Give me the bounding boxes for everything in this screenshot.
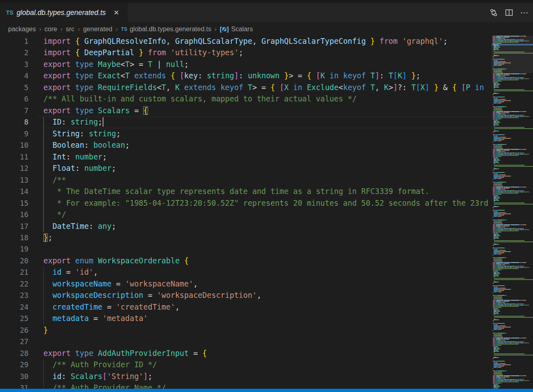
code-line[interactable]: workspaceDescription = 'workspaceDescrip…: [0, 290, 492, 301]
line-number[interactable]: 23: [0, 290, 37, 301]
line-number[interactable]: 7: [0, 105, 37, 116]
code-line[interactable]: ID: string;: [0, 116, 492, 128]
code-token: }: [284, 71, 288, 80]
editor[interactable]: import { GraphQLResolveInfo, GraphQLScal…: [0, 36, 533, 389]
line-number[interactable]: 27: [0, 336, 37, 347]
code-line[interactable]: import { DeepPartial } from 'utility-typ…: [0, 47, 492, 58]
vscode-window: TS global.db.types.generated.ts ✕: [0, 0, 533, 392]
tab-bar: TS global.db.types.generated.ts ✕: [0, 0, 533, 22]
code-line[interactable]: /**: [0, 174, 492, 186]
line-number[interactable]: 11: [0, 151, 37, 163]
line-number[interactable]: 5: [0, 82, 37, 93]
line-number[interactable]: 16: [0, 209, 37, 220]
code-line[interactable]: DateTime: any;: [0, 221, 492, 232]
code-token: type: [71, 83, 93, 92]
code-line[interactable]: import { GraphQLResolveInfo, GraphQLScal…: [0, 36, 492, 47]
line-number[interactable]: 15: [0, 198, 37, 209]
open-changes-icon[interactable]: [488, 6, 500, 19]
code-line[interactable]: };: [0, 232, 492, 243]
code-line[interactable]: String: string;: [0, 128, 492, 140]
line-number[interactable]: 25: [0, 313, 37, 324]
line-number[interactable]: 9: [0, 128, 37, 140]
line-number[interactable]: 31: [0, 382, 37, 389]
breadcrumb-item-packages[interactable]: packages: [8, 26, 36, 33]
line-number[interactable]: 8: [0, 116, 37, 128]
code-token: Boolean: [43, 141, 84, 149]
code-token: import: [43, 48, 71, 57]
code-line[interactable]: [0, 243, 492, 255]
breadcrumb-item-src[interactable]: src: [66, 26, 74, 33]
code-token: [166, 71, 170, 80]
line-number[interactable]: 6: [0, 93, 37, 105]
line-number[interactable]: 13: [0, 174, 37, 186]
code-token: id: [43, 372, 62, 381]
code-token: 'graphql': [398, 37, 443, 45]
code-line[interactable]: export type Scalars = {: [0, 105, 492, 116]
code-line[interactable]: export enum WorkspaceOrderable {: [0, 255, 492, 267]
code-token: string: [202, 71, 234, 80]
breadcrumb-label: generated: [83, 26, 112, 33]
status-bar[interactable]: [0, 389, 533, 392]
code-line[interactable]: /** Auth Provider Name */: [0, 382, 492, 389]
tab-global-db-types[interactable]: TS global.db.types.generated.ts ✕: [0, 3, 128, 22]
line-number[interactable]: 3: [0, 59, 37, 70]
breadcrumb-item-global-db-types-generated-ts[interactable]: TSglobal.db.types.generated.ts: [121, 26, 211, 33]
code-token: ,: [93, 268, 98, 276]
code-line[interactable]: id = 'id',: [0, 267, 492, 278]
code-token: metadata: [43, 314, 89, 323]
line-number[interactable]: 14: [0, 186, 37, 197]
more-actions-icon[interactable]: ⋯: [518, 6, 531, 19]
code-line[interactable]: export type Exact<T extends { [key: stri…: [0, 70, 492, 82]
code-line[interactable]: * For example: "1985-04-12T23:20:50.52Z"…: [0, 198, 492, 209]
line-number[interactable]: 28: [0, 348, 37, 359]
code-line[interactable]: /** Auth Provider ID */: [0, 359, 492, 370]
code-token: <: [120, 60, 125, 69]
line-number-gutter[interactable]: 1234567891011121314151617181920212223242…: [0, 36, 37, 389]
code-line[interactable]: /** All built-in and custom scalars, map…: [0, 93, 492, 105]
line-number[interactable]: 22: [0, 278, 37, 290]
code-token: :: [89, 222, 93, 230]
code-line[interactable]: Boolean: boolean;: [0, 140, 492, 151]
breadcrumb-item-scalars[interactable]: []Scalars: [220, 26, 253, 33]
code-token: enum: [71, 256, 93, 265]
code-line[interactable]: */: [0, 209, 492, 220]
line-number[interactable]: 29: [0, 359, 37, 370]
minimap[interactable]: [492, 36, 533, 389]
code-line[interactable]: export type RequireFields<T, K extends k…: [0, 82, 492, 93]
code-line[interactable]: export type AddAuthProviderInput = {: [0, 348, 492, 359]
line-number[interactable]: 2: [0, 47, 37, 58]
editor-code[interactable]: import { GraphQLResolveInfo, GraphQLScal…: [0, 36, 492, 389]
split-editor-icon[interactable]: [503, 6, 515, 19]
code-line[interactable]: [0, 336, 492, 347]
line-number[interactable]: 24: [0, 302, 37, 313]
line-number[interactable]: 10: [0, 140, 37, 151]
code-token: [279, 71, 284, 80]
line-number[interactable]: 12: [0, 163, 37, 174]
code-line[interactable]: }: [0, 325, 492, 336]
line-number[interactable]: 1: [0, 36, 37, 47]
code-token: ;: [239, 48, 243, 57]
code-line[interactable]: Float: number;: [0, 163, 492, 174]
breadcrumb-item-generated[interactable]: generated: [83, 26, 112, 33]
line-number[interactable]: 17: [0, 221, 37, 232]
code-line[interactable]: id: Scalars['String'];: [0, 371, 492, 382]
line-number[interactable]: 4: [0, 70, 37, 82]
code-line[interactable]: * The DateTime scalar type represents da…: [0, 186, 492, 197]
line-number[interactable]: 21: [0, 267, 37, 278]
code-line[interactable]: Int: number;: [0, 151, 492, 163]
code-line[interactable]: export type Maybe<T> = T | null;: [0, 59, 492, 70]
code-line[interactable]: createdTime = 'createdTime',: [0, 302, 492, 313]
breadcrumb-item-core[interactable]: core: [45, 26, 57, 33]
line-number[interactable]: 18: [0, 232, 37, 243]
code-line[interactable]: workspaceName = 'workspaceName',: [0, 278, 492, 290]
code-line[interactable]: metadata = 'metadata': [0, 313, 492, 324]
line-number[interactable]: 30: [0, 371, 37, 382]
line-number[interactable]: 26: [0, 325, 37, 336]
line-number[interactable]: 19: [0, 243, 37, 255]
code-token: X: [284, 83, 288, 92]
code-token: boolean: [89, 141, 125, 149]
tab-close-icon[interactable]: ✕: [112, 8, 121, 17]
line-number[interactable]: 20: [0, 255, 37, 267]
code-token: extends: [180, 83, 216, 92]
code-token: > =: [130, 60, 144, 69]
